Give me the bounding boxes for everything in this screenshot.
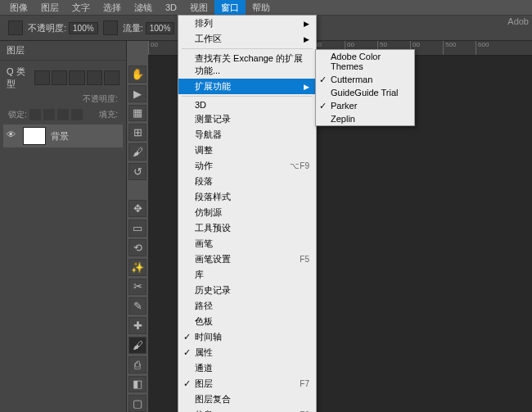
menu-item[interactable]: 工作区▶	[178, 31, 316, 47]
menu-滤镜[interactable]: 滤镜	[128, 0, 159, 16]
menu-item[interactable]: 信息F8	[178, 407, 316, 412]
menu-item[interactable]: 库	[178, 267, 316, 283]
lasso-tool[interactable]: ⟲	[128, 239, 147, 256]
layer-row[interactable]: 👁 背景	[3, 125, 123, 147]
menu-item[interactable]: 查找有关 Exchange 的扩展功能...	[178, 51, 316, 79]
submenu-item[interactable]: GuideGuide Trial	[316, 86, 414, 99]
menu-item[interactable]: 段落样式	[178, 189, 316, 205]
crop-tool[interactable]: ✂	[128, 278, 147, 296]
menu-item[interactable]: ✓时间轴	[178, 329, 316, 345]
lock-all-icon[interactable]	[29, 109, 41, 120]
kind-filter[interactable]: Q 类型	[7, 66, 33, 90]
lock-pos-icon[interactable]	[57, 109, 69, 120]
submenu-item[interactable]: Zeplin	[316, 112, 414, 125]
menu-帮助[interactable]: 帮助	[246, 0, 277, 16]
filter-smart-icon[interactable]	[104, 70, 119, 85]
move-tool[interactable]: ✥	[128, 200, 147, 217]
window-menu-dropdown: 排列▶工作区▶查找有关 Exchange 的扩展功能...扩展功能▶3D测量记录…	[178, 15, 317, 412]
gradient-tool[interactable]: ▢	[128, 395, 147, 412]
menu-item[interactable]: 调整	[178, 143, 316, 158]
panel-title: 图层	[0, 41, 126, 61]
lock-artboard-icon[interactable]	[71, 109, 83, 120]
menu-item[interactable]: 排列▶	[178, 16, 316, 31]
menu-item[interactable]: 测量记录	[178, 111, 316, 127]
submenu-item[interactable]: Adobe Color Themes	[316, 50, 414, 73]
menu-item[interactable]: 画笔	[178, 236, 316, 251]
eraser-tool[interactable]: ◧	[128, 376, 147, 393]
swatch-icon[interactable]: ▦	[128, 105, 147, 122]
menu-item[interactable]: 3D	[178, 98, 316, 111]
filter-adjust-icon[interactable]	[52, 70, 67, 85]
flow-label: 流量:	[123, 22, 143, 34]
pressure-opacity-icon[interactable]	[103, 20, 118, 35]
menu-item[interactable]: 画笔设置F5	[178, 251, 316, 267]
menu-item[interactable]: 历史记录	[178, 283, 316, 298]
fill-label: 填充:	[99, 109, 118, 120]
menu-item[interactable]: ✓属性	[178, 345, 316, 360]
brush-preset-icon[interactable]	[8, 20, 23, 35]
menu-item[interactable]: 导航器	[178, 127, 316, 143]
menu-图像[interactable]: 图像	[3, 0, 34, 16]
filter-type-icon[interactable]	[69, 70, 84, 85]
brush-tool[interactable]: 🖌	[128, 337, 147, 354]
menu-item[interactable]: 仿制源	[178, 205, 316, 220]
menu-item[interactable]: 动作⌥F9	[178, 158, 316, 174]
flow-value[interactable]: 100%	[146, 22, 175, 34]
filter-pixel-icon[interactable]	[34, 70, 50, 85]
grid-icon[interactable]: ⊞	[128, 124, 147, 141]
menu-item[interactable]: 通道	[178, 360, 316, 376]
extensions-submenu: Adobe Color Themes✓CuttermanGuideGuide T…	[315, 49, 415, 126]
lock-label: 锁定:	[8, 109, 27, 120]
menubar: 图像图层文字选择滤镜3D视图窗口帮助	[0, 0, 532, 15]
menu-视图[interactable]: 视图	[183, 0, 214, 16]
layer-thumbnail[interactable]	[23, 127, 46, 145]
heal-tool[interactable]: ✚	[128, 317, 147, 334]
marquee-tool[interactable]: ▭	[128, 220, 147, 237]
menu-item[interactable]: 图层复合	[178, 392, 316, 407]
menu-item[interactable]: 扩展功能▶	[178, 79, 316, 94]
visibility-icon[interactable]: 👁	[7, 129, 20, 143]
adobe-label: Adob	[507, 16, 529, 26]
submenu-item[interactable]: ✓Cutterman	[316, 73, 414, 86]
menu-3D[interactable]: 3D	[159, 1, 183, 14]
brush-icon[interactable]: 🖌	[128, 143, 147, 161]
lock-pixel-icon[interactable]	[43, 109, 55, 120]
stamp-tool[interactable]: ⎙	[128, 356, 147, 374]
menu-窗口[interactable]: 窗口	[214, 0, 246, 16]
menu-item[interactable]: 色板	[178, 314, 316, 329]
layers-panel: 图层 Q 类型 不透明度: 锁定: 填充: 👁	[0, 41, 127, 412]
menu-图层[interactable]: 图层	[34, 0, 65, 16]
history-icon[interactable]: ↺	[128, 163, 147, 180]
opacity-value[interactable]: 100%	[69, 22, 98, 34]
submenu-item[interactable]: ✓Parker	[316, 99, 414, 112]
filter-shape-icon[interactable]	[87, 70, 102, 85]
menu-文字[interactable]: 文字	[65, 0, 97, 16]
menu-item[interactable]: 工具预设	[178, 220, 316, 236]
wand-tool[interactable]: ✨	[128, 259, 147, 276]
panel-opacity-label: 不透明度:	[83, 93, 118, 105]
menu-item[interactable]: 路径	[178, 298, 316, 314]
menu-选择[interactable]: 选择	[97, 0, 128, 16]
hand-tool[interactable]: ✋	[128, 66, 147, 83]
toolbar: ✋ ▶ ▦ ⊞ 🖌 ↺ ✥ ▭ ⟲ ✨ ✂ ✎ ✚ 🖌 ⎙ ◧ ▢	[127, 41, 148, 412]
opacity-label: 不透明度:	[28, 22, 66, 34]
menu-item[interactable]: ✓图层F7	[178, 376, 316, 392]
layer-name: 背景	[51, 130, 69, 143]
eyedrop-tool[interactable]: ✎	[128, 297, 147, 315]
play-icon[interactable]: ▶	[128, 85, 147, 102]
menu-item[interactable]: 段落	[178, 174, 316, 189]
